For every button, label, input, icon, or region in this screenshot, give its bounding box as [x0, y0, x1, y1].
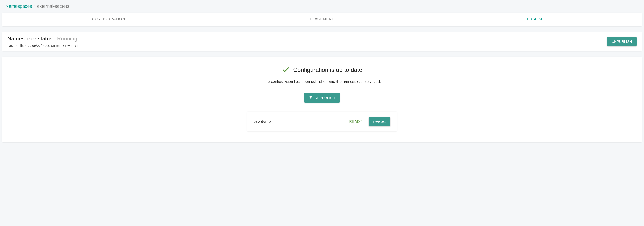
- breadcrumb: Namespaces › external-secrets: [0, 0, 644, 12]
- debug-button[interactable]: DEBUG: [368, 117, 390, 126]
- tab-publish[interactable]: PUBLISH: [429, 12, 642, 26]
- breadcrumb-current: external-secrets: [37, 4, 69, 9]
- status-card: Namespace status : Running Last publishe…: [2, 32, 642, 51]
- config-heading: Configuration is up to date: [282, 66, 362, 74]
- last-published: Last published : 09/07/2023, 05:56:43 PM…: [7, 44, 78, 48]
- publish-icon: [309, 96, 313, 100]
- deployment-actions: READY DEBUG: [349, 117, 390, 126]
- config-subtext: The configuration has been published and…: [263, 79, 381, 84]
- republish-button[interactable]: REPUBLISH: [304, 93, 340, 102]
- status-info: Namespace status : Running Last publishe…: [7, 36, 78, 48]
- breadcrumb-root-link[interactable]: Namespaces: [6, 4, 32, 9]
- tabs: CONFIGURATION PLACEMENT PUBLISH: [2, 12, 642, 26]
- config-heading-text: Configuration is up to date: [293, 66, 362, 74]
- tab-placement[interactable]: PLACEMENT: [215, 12, 429, 26]
- check-icon: [282, 66, 290, 74]
- tab-configuration[interactable]: CONFIGURATION: [2, 12, 215, 26]
- namespace-status-value: Running: [57, 36, 77, 42]
- republish-button-label: REPUBLISH: [315, 96, 335, 100]
- deployment-status: READY: [349, 120, 362, 124]
- namespace-status: Namespace status : Running: [7, 36, 78, 42]
- deployment-name: eso-demo: [254, 120, 271, 124]
- publish-panel: Configuration is up to date The configur…: [2, 56, 642, 142]
- namespace-status-label: Namespace status :: [7, 36, 57, 42]
- breadcrumb-separator: ›: [34, 4, 35, 9]
- deployment-item: eso-demo READY DEBUG: [247, 112, 397, 132]
- unpublish-button[interactable]: UNPUBLISH: [607, 37, 637, 46]
